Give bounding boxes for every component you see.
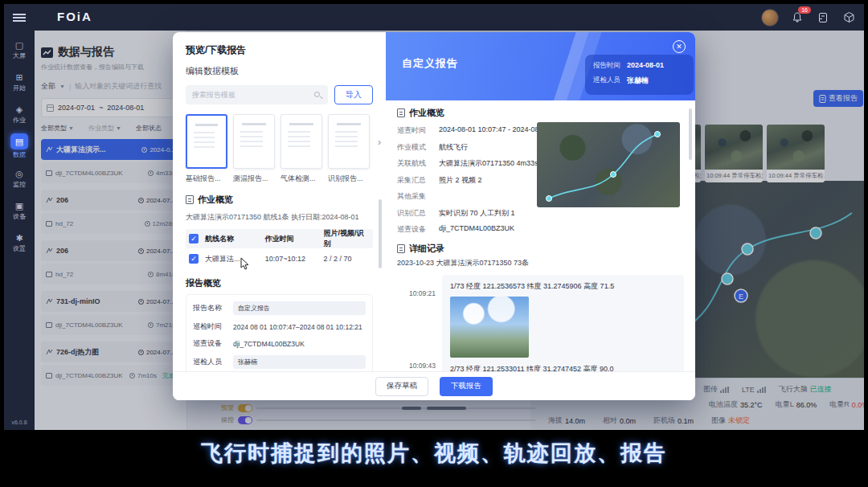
page-title: 数据与报告 xyxy=(58,45,114,59)
type-filter-select[interactable]: 全部类型▼ xyxy=(41,124,85,133)
route-icon xyxy=(46,298,53,305)
clock-icon xyxy=(138,299,144,305)
report-preview-modal: 预览/下载报告 编辑数据模板 导入 基础报告... 测温报告... xyxy=(173,32,695,400)
job-row[interactable]: 726-dj热力图 2024-07... xyxy=(41,342,180,362)
report-name-input[interactable]: 自定义报告 xyxy=(233,301,366,315)
sidebar-item-bigscreen[interactable]: ▢ 大屏 xyxy=(4,36,35,63)
logs-button[interactable] xyxy=(816,10,830,25)
record-photo[interactable] xyxy=(450,297,529,358)
detection-thumbnail[interactable]: 10:09:44 异常停车检... xyxy=(767,125,825,182)
bell-icon xyxy=(792,12,803,23)
detection-thumbnail[interactable]: 10:09:44 异常停车检测 xyxy=(705,125,763,182)
flight-row[interactable]: dji_7CTDM4L00BZ3UK 4m33s xyxy=(41,162,180,183)
flight-row[interactable]: hd_72 12m28s xyxy=(41,213,180,234)
template-label: 测温报告... xyxy=(233,174,275,184)
sidebar-label: 大屏 xyxy=(13,51,26,60)
sidebar-item-settings[interactable]: ✱ 设置 xyxy=(4,229,35,256)
control-layer-toggle[interactable] xyxy=(238,416,252,424)
date-range-picker[interactable]: 2024-07-01 ~ 2024-08-01 xyxy=(41,98,180,117)
preview-scrollbar[interactable] xyxy=(689,108,692,160)
sidebar-label: 监控 xyxy=(13,180,26,189)
job-group: 206 2024-07... hd_72 12m28s xyxy=(41,190,180,234)
mission-icon: ◈ xyxy=(13,104,26,115)
route-icon xyxy=(46,146,53,153)
template-card-basic[interactable]: 基础报告... xyxy=(186,114,227,184)
job-group: 大疆算法演示... 2024-0... dji_7CTDM4L00BZ3UK 4… xyxy=(41,139,180,183)
gimbal-lock-status: 未锁定 xyxy=(728,415,750,426)
route-icon xyxy=(46,197,53,203)
overview-doc-icon xyxy=(186,195,194,204)
duration-icon xyxy=(148,322,154,328)
relative-alt-value: 0.0m xyxy=(620,417,636,425)
drone-icon xyxy=(46,373,52,379)
chevron-right-icon[interactable]: › xyxy=(378,137,381,148)
job-row-selected[interactable]: 大疆算法演示... 2024-0... xyxy=(41,139,180,160)
route-icon xyxy=(46,349,53,355)
timeline-track[interactable] xyxy=(256,419,536,421)
template-label: 识别报告... xyxy=(328,174,370,184)
preview-title: 自定义报告 xyxy=(402,56,458,71)
job-row[interactable]: 206 2024-07... xyxy=(41,240,180,261)
altitude-value: 14.0m xyxy=(565,417,585,425)
sidebar-item-monitoring[interactable]: ◎ 监控 xyxy=(4,165,35,192)
template-card-gas[interactable]: 气体检测... xyxy=(280,114,322,184)
monitor-eye-icon: ◎ xyxy=(13,168,26,179)
search-icon xyxy=(314,92,320,97)
route-table-row[interactable]: ✓ 大疆算法... 10:07~10:12 2 / 2 / 70 xyxy=(186,248,373,269)
page-subtitle: 作业统计数据查看，报告编辑与下载 xyxy=(41,63,180,72)
record-coords: 2/73 经度 121.2533011 纬度 31.2747452 高度 90.… xyxy=(450,364,676,371)
inspector-input[interactable]: 张赫楠 xyxy=(233,355,366,369)
report-form: 报告名称自定义报告 巡检时间2024 08 01 10:07:47–2024 0… xyxy=(186,294,373,371)
data-report-panel: 数据与报告 作业统计数据查看，报告编辑与下载 全部 ▼ | 输入对象的关键词进行… xyxy=(35,31,187,430)
duration-icon xyxy=(145,221,150,227)
drone-icon xyxy=(46,322,52,328)
user-avatar[interactable] xyxy=(761,9,779,27)
import-button[interactable]: 导入 xyxy=(334,85,373,104)
screen-icon: ▢ xyxy=(13,39,26,51)
row-checkbox[interactable]: ✓ xyxy=(189,254,199,264)
select-all-checkbox[interactable]: ✓ xyxy=(189,234,199,244)
notification-badge: 16 xyxy=(798,6,811,14)
flight-row[interactable]: dji_7CTDM4L00BZ3UK 7m21s xyxy=(41,314,180,335)
job-filter-select[interactable]: 作业类型▼ xyxy=(88,124,133,133)
template-search-input[interactable] xyxy=(186,85,328,104)
view-report-button[interactable]: 查看报告 xyxy=(813,90,863,107)
record-time: 10:09:43 xyxy=(409,362,436,370)
template-thumbnail xyxy=(186,114,227,169)
inspect-time-value: 2024 08 01 10:07:47–2024 08 01 10:12:21 xyxy=(233,323,366,331)
notifications-button[interactable]: 16 xyxy=(790,10,805,25)
job-overview-desc: 大疆算法演示07171350 航线1条 执行日期:2024-08-01 xyxy=(186,212,373,223)
route-map-thumbnail xyxy=(537,122,680,207)
job-group: 206 2024-07... hd_72 8m41s xyxy=(41,240,180,284)
template-card-thermal[interactable]: 测温报告... xyxy=(233,114,275,184)
left-scrollbar[interactable] xyxy=(379,199,382,268)
save-draft-button[interactable]: 保存草稿 xyxy=(375,377,428,396)
sidebar-item-missions[interactable]: ◈ 作业 xyxy=(4,100,35,128)
download-report-button[interactable]: 下载报告 xyxy=(440,377,493,396)
warning-layer-toggle[interactable] xyxy=(238,404,252,412)
ov-collect: 照片 2 视频 2 xyxy=(439,175,482,186)
report-meta-card: 报告时间2024-08-01 巡检人员张赫楠 xyxy=(585,55,694,95)
sidebar-item-data[interactable]: ▤ 数据 xyxy=(4,133,35,160)
keyword-search-input[interactable]: 输入对象的关键词进行查找 xyxy=(75,81,162,92)
app-logo: FOiA xyxy=(57,10,92,23)
flight-row[interactable]: dji_7CTDM4L00BZ3UK 7m10s 完成 xyxy=(41,365,180,386)
menu-icon[interactable] xyxy=(13,14,26,22)
preview-header: 自定义报告 ✕ 报告时间2024-08-01 巡检人员张赫楠 xyxy=(386,32,695,100)
start-icon: ⊞ xyxy=(13,72,26,83)
timeline-track[interactable] xyxy=(256,407,536,409)
clock-icon xyxy=(138,248,144,254)
job-group: 731-dj-minIO 2024-07... dji_7CTDM4L00BZ3… xyxy=(41,291,180,335)
sidebar-item-start[interactable]: ⊞ 开始 xyxy=(4,68,35,96)
topbar: FOiA 16 xyxy=(35,4,864,31)
template-card-recognition[interactable]: 识别报告... xyxy=(328,114,370,184)
flight-row[interactable]: hd_72 8m41s xyxy=(41,264,180,284)
close-icon[interactable]: ✕ xyxy=(673,40,686,53)
job-row[interactable]: 731-dj-minIO 2024-07... xyxy=(41,291,180,312)
report-overview-title: 报告概览 xyxy=(186,277,373,289)
sidebar-label: 设置 xyxy=(13,244,26,253)
scope-filter[interactable]: 全部 xyxy=(41,81,55,92)
apps-button[interactable] xyxy=(841,10,856,25)
sidebar-item-devices[interactable]: ▣ 设备 xyxy=(4,197,35,224)
job-row[interactable]: 206 2024-07... xyxy=(41,190,180,211)
